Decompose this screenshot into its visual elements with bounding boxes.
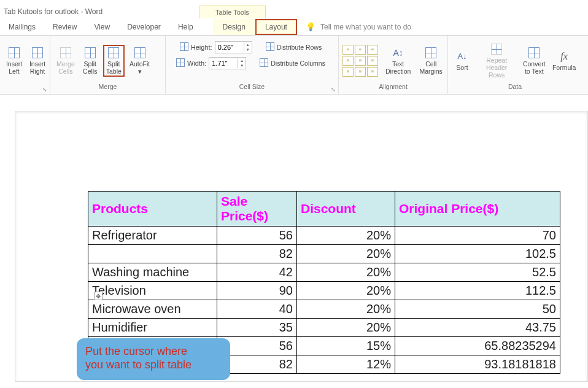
table-cell[interactable]: 20% — [297, 245, 395, 263]
width-field[interactable] — [209, 60, 238, 67]
height-input[interactable]: ▲▼ — [215, 41, 252, 53]
table-cell[interactable]: 50 — [395, 300, 560, 319]
tab-layout[interactable]: Layout — [255, 19, 297, 35]
group-footer-cellsize: Cell Size⤡ — [166, 83, 338, 94]
table-header-row[interactable]: Products Sale Price($) Discount Original… — [88, 192, 560, 227]
table-cell[interactable]: Television — [88, 282, 217, 300]
table-cell[interactable]: 35 — [217, 319, 297, 337]
ribbon-tabs: Mailings Review View Developer Help Desi… — [0, 18, 588, 36]
table-cell[interactable]: Humidifier — [88, 319, 217, 337]
tab-mailings[interactable]: Mailings — [0, 19, 44, 35]
tell-me-search[interactable]: 💡 Tell me what you want to do — [306, 22, 411, 31]
group-footer: ⤡ — [0, 83, 50, 94]
row-height-icon — [180, 42, 188, 52]
width-label: Width: — [187, 60, 206, 67]
table-cell[interactable]: 56 — [217, 227, 297, 245]
group-cell-size: Height: ▲▼ Distribute Rows Width: ▲▼ — [166, 36, 339, 94]
alignment-grid[interactable]: ≡≡≡ ≡≡≡ ≡≡≡ — [342, 45, 378, 77]
merge-cells-button: Merge Cells — [54, 45, 77, 76]
table-cell[interactable]: 102.5 — [395, 245, 560, 263]
merge-cells-icon — [60, 47, 72, 59]
align-cell-icon[interactable]: ≡ — [342, 56, 354, 66]
table-row[interactable]: Microwave oven4020%50 — [88, 300, 560, 319]
split-table-button[interactable]: Split Table — [103, 45, 125, 77]
table-cell[interactable]: Refrigerator — [88, 227, 217, 245]
align-cell-icon[interactable]: ≡ — [367, 45, 378, 55]
table-cell[interactable]: 93.18181818 — [395, 355, 560, 374]
table-row[interactable]: Humidifier3520%43.75 — [88, 319, 560, 337]
align-cell-icon[interactable]: ≡ — [342, 67, 354, 77]
group-footer-data: Data — [448, 83, 582, 94]
sort-icon: A↓ — [456, 50, 468, 63]
window-title: Tab Kutools for outlook - Word — [0, 7, 103, 18]
table-header-cell[interactable]: Sale Price($) — [217, 192, 297, 227]
table-cell[interactable]: 90 — [217, 282, 297, 300]
sort-button[interactable]: A↓ Sort — [452, 49, 473, 72]
table-cell[interactable]: 112.5 — [395, 282, 560, 300]
table-cell[interactable]: 15% — [297, 337, 395, 355]
align-cell-icon[interactable]: ≡ — [367, 56, 378, 66]
table-cell[interactable]: 20% — [297, 282, 395, 300]
autofit-button[interactable]: AutoFit▾ — [127, 45, 152, 76]
group-data: A↓ Sort Repeat Header Rows Convert to Te… — [448, 36, 582, 94]
align-cell-icon[interactable]: ≡ — [342, 45, 354, 55]
table-move-handle-icon[interactable]: ✥ — [94, 292, 103, 300]
table-cell[interactable]: 52.5 — [395, 263, 560, 282]
table-cell[interactable] — [88, 245, 217, 263]
align-cell-icon[interactable]: ≡ — [367, 67, 378, 77]
cell-margins-button[interactable]: Cell Margins — [418, 45, 444, 76]
insert-left-button[interactable]: Insert Left — [4, 45, 25, 76]
text-direction-button[interactable]: A↕ Text Direction — [384, 45, 412, 76]
table-header-cell[interactable]: Discount — [297, 192, 395, 227]
table-cell[interactable]: 65.88235294 — [395, 337, 560, 355]
insert-right-icon — [31, 47, 44, 59]
table-row[interactable]: Television9020%112.5 — [88, 282, 560, 300]
tab-view[interactable]: View — [85, 19, 118, 35]
tab-design[interactable]: Design — [213, 19, 255, 35]
height-field[interactable] — [215, 44, 244, 51]
table-cell[interactable]: 20% — [297, 319, 395, 337]
insert-right-button[interactable]: Insert Right — [27, 45, 48, 76]
table-cell[interactable]: Washing machine — [88, 263, 217, 282]
table-cell[interactable]: 70 — [395, 227, 560, 245]
distribute-rows-button[interactable]: Distribute Rows — [263, 41, 325, 53]
table-cell[interactable]: Microwave oven — [88, 300, 217, 319]
table-row[interactable]: Refrigerator5620%70 — [88, 227, 560, 245]
stepper-icon[interactable]: ▲▼ — [244, 42, 252, 52]
table-cell[interactable]: 20% — [297, 263, 395, 282]
align-cell-icon[interactable]: ≡ — [355, 45, 366, 55]
align-cell-icon[interactable]: ≡ — [355, 67, 366, 77]
tab-help[interactable]: Help — [169, 19, 202, 35]
tab-developer[interactable]: Developer — [118, 19, 169, 35]
table-cell[interactable]: 42 — [217, 263, 297, 282]
dialog-launcher-icon[interactable]: ⤡ — [331, 87, 336, 93]
distribute-rows-icon — [266, 42, 274, 52]
dialog-launcher-icon[interactable]: ⤡ — [42, 87, 47, 93]
convert-to-text-button[interactable]: Convert to Text — [520, 45, 547, 76]
group-merge: Merge Cells Split Cells Split Table Auto… — [50, 36, 166, 94]
width-input[interactable]: ▲▼ — [209, 57, 246, 69]
table-row[interactable]: Washing machine4220%52.5 — [88, 263, 560, 282]
table-header-cell[interactable]: Original Price($) — [395, 192, 560, 227]
group-footer-alignment: Alignment — [339, 83, 447, 94]
table-cell[interactable]: 12% — [297, 355, 395, 374]
align-cell-icon[interactable]: ≡ — [355, 56, 366, 66]
group-rows-columns: Insert Left Insert Right ⤡ — [0, 36, 50, 94]
table-header-cell[interactable]: Products — [88, 192, 217, 227]
split-cells-button[interactable]: Split Cells — [80, 45, 101, 76]
table-row[interactable]: 8220%102.5 — [88, 245, 560, 263]
table-cell[interactable]: 40 — [217, 300, 297, 319]
table-cell[interactable]: 20% — [297, 300, 395, 319]
tab-review[interactable]: Review — [44, 19, 85, 35]
distribute-columns-icon — [260, 58, 268, 68]
ribbon: Insert Left Insert Right ⤡ Merge Cells S… — [0, 36, 588, 95]
convert-to-text-icon — [528, 47, 540, 59]
table-cell[interactable]: 82 — [217, 245, 297, 263]
formula-button[interactable]: fx Formula — [550, 49, 578, 72]
table-cell[interactable]: 20% — [297, 227, 395, 245]
table-cell[interactable]: 43.75 — [395, 319, 560, 337]
repeat-header-icon — [490, 43, 503, 55]
distribute-columns-button[interactable]: Distribute Columns — [257, 57, 328, 69]
document-canvas[interactable]: ✥ Products Sale Price($) Discount Origin… — [15, 111, 588, 382]
stepper-icon[interactable]: ▲▼ — [238, 58, 246, 68]
